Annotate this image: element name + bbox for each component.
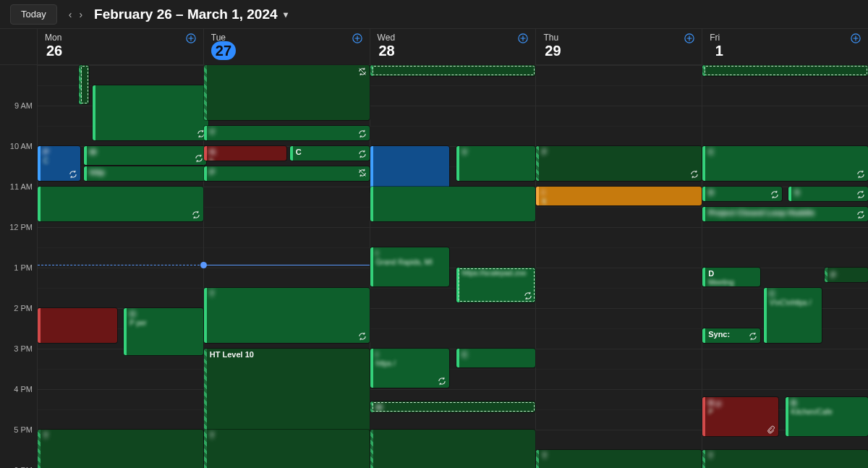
event-subtitle: Grand Rapids, MI (376, 258, 446, 267)
date-range-dropdown[interactable]: February 26 – March 1, 2024 ▾ (94, 7, 287, 22)
calendar-event[interactable]: BKitchen/Cafe (786, 397, 868, 436)
calendar-event[interactable] (79, 65, 89, 104)
event-title: M (90, 148, 202, 157)
calendar-event[interactable]: B pP (702, 397, 778, 436)
hour-label: 3 PM (14, 344, 33, 353)
day-header[interactable]: Wed28 (370, 29, 537, 64)
event-title: D (708, 269, 756, 278)
event-subtitle: V\nC\nhttps / (770, 299, 817, 307)
hour-label: 1 PM (14, 263, 33, 272)
calendar-event[interactable]: C (702, 146, 868, 181)
event-title: HT Level 10 (210, 350, 365, 359)
event-title: C (296, 148, 365, 157)
day-column[interactable]: PCMhttpOP perT (38, 65, 204, 468)
calendar-event[interactable]: DMeeting (702, 268, 760, 286)
day-column[interactable]: VIGrand Rapids, MIhttps://scalepad.zooIh… (370, 65, 537, 468)
event-subtitle: Meeting (708, 278, 756, 286)
event-subtitle: P (708, 408, 774, 417)
calendar-event[interactable]: C (290, 146, 370, 161)
calendar-event[interactable]: T (204, 430, 370, 468)
calendar-event[interactable]: T (536, 450, 702, 468)
calendar-event[interactable] (38, 308, 117, 343)
add-event-icon[interactable] (186, 33, 196, 43)
calendar-event[interactable]: CV\nC\nhttps / (764, 288, 822, 343)
today-button[interactable]: Today (10, 4, 57, 25)
now-indicator-line (204, 265, 370, 265)
day-header[interactable]: Tue27 (204, 29, 370, 64)
next-week-button[interactable]: › (79, 9, 82, 20)
calendar-event[interactable]: T (204, 288, 370, 343)
day-header[interactable]: Mon26 (38, 29, 204, 64)
event-title: I (542, 188, 697, 197)
day-number: 28 (378, 41, 396, 60)
calendar-event[interactable]: Itt (536, 187, 702, 205)
event-title: T (708, 451, 864, 461)
day-of-week-label: Mon (45, 33, 196, 43)
recurring-icon (358, 129, 367, 138)
calendar-event[interactable]: V (456, 146, 536, 181)
calendar-event[interactable]: Sync: (702, 328, 760, 343)
recurring-icon (438, 377, 446, 386)
calendar-event[interactable]: http (84, 166, 206, 181)
calendar-event[interactable] (38, 187, 203, 221)
event-title: T (210, 431, 365, 441)
calendar-event[interactable] (204, 65, 370, 120)
event-title: P (43, 148, 76, 157)
nav-arrows: ‹ › (66, 9, 85, 20)
calendar-event[interactable] (93, 85, 208, 140)
calendar-event[interactable] (370, 65, 536, 76)
event-title: B (791, 399, 864, 408)
event-title: T (210, 289, 365, 299)
calendar-event[interactable]: PC (38, 146, 80, 181)
recurring-icon (856, 170, 865, 179)
calendar-event[interactable]: D (702, 187, 782, 201)
calendar-event[interactable]: p (825, 268, 867, 282)
calendar-event[interactable]: OP per (124, 308, 203, 355)
calendar-event[interactable] (370, 187, 536, 221)
day-column[interactable]: FIttT (536, 65, 702, 468)
calendar-event[interactable] (702, 65, 868, 76)
day-column[interactable]: CDSProject Closed Loop HuddleDMeetingCV\… (702, 65, 868, 468)
day-header[interactable]: Fri1 (702, 29, 868, 64)
event-subtitle: C (43, 157, 76, 166)
now-indicator-dashed (38, 265, 203, 265)
calendar-event[interactable]: M (370, 401, 536, 412)
calendar-event[interactable]: V (204, 126, 370, 140)
add-event-icon[interactable] (518, 33, 528, 43)
day-column[interactable]: VNhCPTHT Level 10T (204, 65, 370, 468)
calendar-event[interactable]: M (84, 146, 206, 165)
calendar-event[interactable]: https://scalepad.zoo (456, 268, 536, 302)
day-of-week-label: Wed (378, 33, 529, 43)
add-event-icon[interactable] (684, 33, 694, 43)
calendar-event[interactable]: F (536, 146, 702, 181)
time-gutter-header (0, 29, 38, 64)
event-title: O (129, 310, 199, 319)
calendar-event[interactable]: Nh (204, 146, 286, 161)
calendar-event[interactable] (370, 430, 536, 468)
recurring-icon (358, 150, 367, 158)
calendar-event[interactable]: T (38, 430, 203, 468)
recurring-icon (856, 190, 865, 199)
day-number: 26 (45, 41, 64, 60)
hour-label: 5 PM (14, 425, 33, 434)
recurring-icon (69, 170, 77, 179)
calendar-event[interactable]: C (456, 349, 536, 367)
event-title: C (708, 148, 864, 157)
date-range-title: February 26 – March 1, 2024 (94, 7, 277, 22)
calendar-event[interactable]: T (702, 450, 868, 468)
add-event-icon[interactable] (352, 33, 362, 43)
calendar-event[interactable]: IGrand Rapids, MI (370, 247, 450, 286)
recurring-icon (770, 190, 779, 199)
calendar-event[interactable]: Ihttps / (370, 349, 450, 388)
day-of-week-label: Tue (211, 33, 362, 43)
calendar-event[interactable]: P (204, 166, 370, 181)
event-title: S (794, 188, 864, 197)
event-title: V (210, 127, 365, 137)
calendar-event[interactable]: Project Closed Loop Huddle (702, 207, 868, 221)
day-header[interactable]: Thu29 (536, 29, 702, 64)
hour-label: 12 PM (9, 223, 33, 231)
event-title: P (210, 168, 365, 177)
calendar-event[interactable]: S (788, 187, 868, 201)
prev-week-button[interactable]: ‹ (69, 9, 72, 20)
add-event-icon[interactable] (851, 33, 861, 43)
